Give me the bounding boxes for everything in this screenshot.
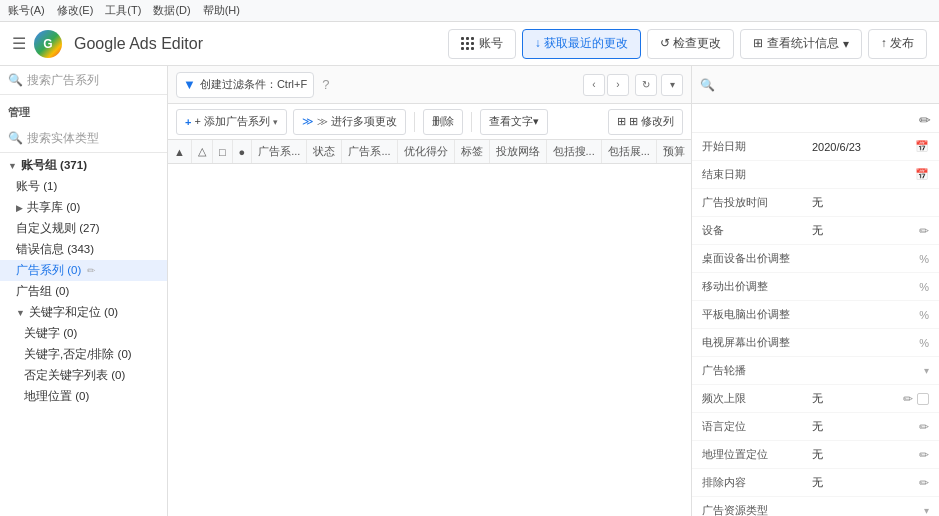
col-checkbox[interactable]: □ xyxy=(212,140,232,164)
sidebar-item-shared[interactable]: ▶ 共享库 (0) xyxy=(0,197,167,218)
sidebar-item-label: 广告组 (0) xyxy=(16,284,69,299)
header-right: 账号 ↓ 获取最近的更改 ↺ 检查更改 ⊞ 查看统计信息 ▾ ↑ 发布 xyxy=(448,29,927,59)
frequency-cap-icons: ✏ xyxy=(903,392,929,406)
campaigns-table: ▲ △ □ ● 广告系... 状态 广告系... 优化得分 标签 投放网络 包括… xyxy=(168,140,691,164)
field-label-inventory-type: 广告资源类型 xyxy=(702,503,812,516)
sidebar-item-label: 地理位置 (0) xyxy=(24,389,89,404)
field-language: 语言定位 无 ✏ xyxy=(692,413,939,441)
sidebar-item-label: 关键字,否定/排除 (0) xyxy=(24,347,132,362)
inventory-dropdown-arrow[interactable]: ▾ xyxy=(924,505,929,516)
field-label-tv-bid: 电视屏幕出价调整 xyxy=(702,335,812,350)
sidebar-item-geo[interactable]: 地理位置 (0) xyxy=(0,386,167,407)
grid-view-button[interactable]: 账号 xyxy=(448,29,516,59)
geo-edit-icon[interactable]: ✏ xyxy=(919,448,929,462)
nav-dropdown-button[interactable]: ▾ xyxy=(661,74,683,96)
sidebar-item-adgroups[interactable]: 广告组 (0) xyxy=(0,281,167,302)
calendar-icon-end[interactable]: 📅 xyxy=(915,168,929,181)
app-title: Google Ads Editor xyxy=(74,35,203,53)
bulk-arrow-icon: ≫ xyxy=(302,115,314,128)
sidebar-item-label: 关键字和定位 (0) xyxy=(29,305,118,320)
bulk-changes-button[interactable]: ≫ ≫ 进行多项更改 xyxy=(293,109,406,135)
col-status[interactable]: 状态 xyxy=(307,140,342,164)
device-edit-icon[interactable]: ✏ xyxy=(919,224,929,238)
view-stats-button[interactable]: ⊞ 查看统计信息 ▾ xyxy=(740,29,861,59)
modify-columns-button[interactable]: ⊞ ⊞ 修改列 xyxy=(608,109,683,135)
menu-item-edit[interactable]: 修改(E) xyxy=(57,3,94,18)
col-warning[interactable]: ▲ xyxy=(168,140,191,164)
field-start-date: 开始日期 2020/6/23 📅 xyxy=(692,133,939,161)
menu-item-tools[interactable]: 工具(T) xyxy=(105,3,141,18)
field-label-geo: 地理位置定位 xyxy=(702,447,812,462)
field-desktop-bid: 桌面设备出价调整 % xyxy=(692,245,939,273)
sidebar-item-neg-kw-list[interactable]: 否定关键字列表 (0) xyxy=(0,365,167,386)
entity-search-input[interactable] xyxy=(27,131,168,145)
preview-button[interactable]: 查看文字▾ xyxy=(480,109,548,135)
frequency-checkbox[interactable] xyxy=(917,393,929,405)
help-icon[interactable]: ? xyxy=(322,77,329,92)
sidebar-item-campaigns[interactable]: 广告系列 (0) ✏ xyxy=(0,260,167,281)
campaign-edit-icon[interactable]: ✏ xyxy=(87,265,95,276)
field-label-exclude-content: 排除内容 xyxy=(702,475,812,490)
publish-button[interactable]: ↑ 发布 xyxy=(868,29,927,59)
col-campaign-name[interactable]: 广告系... xyxy=(252,140,307,164)
menu-item-data[interactable]: 数据(D) xyxy=(153,3,190,18)
field-ad-schedule: 广告投放时间 无 xyxy=(692,189,939,217)
col-labels[interactable]: 标签 xyxy=(454,140,489,164)
hamburger-menu[interactable]: ☰ xyxy=(12,34,26,53)
menu-item-account[interactable]: 账号(A) xyxy=(8,3,45,18)
sidebar-item-label: 共享库 (0) xyxy=(27,200,80,215)
field-value-start-date[interactable]: 2020/6/23 xyxy=(812,141,915,153)
mobile-percent: % xyxy=(919,281,929,293)
sidebar-tree: ▼ 账号组 (371) 账号 (1) ▶ 共享库 (0) 自定义规则 (27) … xyxy=(0,153,167,516)
calendar-icon-start[interactable]: 📅 xyxy=(915,140,929,153)
ad-rotation-dropdown[interactable]: ▾ xyxy=(924,365,929,376)
exclude-content-edit-icon[interactable]: ✏ xyxy=(919,476,929,490)
col-campaign-type[interactable]: 广告系... xyxy=(342,140,397,164)
grid-icon xyxy=(461,37,475,51)
sidebar-item-custom-rules[interactable]: 自定义规则 (27) xyxy=(0,218,167,239)
management-section-label: 管理 xyxy=(0,95,167,124)
right-search-input[interactable] xyxy=(719,78,931,92)
col-include-display[interactable]: 包括展... xyxy=(601,140,656,164)
field-label-desktop-bid: 桌面设备出价调整 xyxy=(702,251,812,266)
sidebar-item-errors[interactable]: 错误信息 (343) xyxy=(0,239,167,260)
refresh-button[interactable]: ↻ xyxy=(635,74,657,96)
menu-item-help[interactable]: 帮助(H) xyxy=(203,3,240,18)
field-ad-rotation: 广告轮播 ▾ xyxy=(692,357,939,385)
field-value-frequency-cap: 无 xyxy=(812,391,903,406)
sidebar-item-keywords[interactable]: 关键字 (0) xyxy=(0,323,167,344)
columns-icon: ⊞ xyxy=(617,115,626,128)
field-value-device: 无 xyxy=(812,223,919,238)
add-campaign-button[interactable]: + + 添加广告系列 ▾ xyxy=(176,109,287,135)
main-layout: 🔍 ⋮ 管理 🔍 ⋮ ▼ 账号组 (371) 账号 (1) ▶ 共享库 (0) xyxy=(0,66,939,516)
frequency-edit-icon[interactable]: ✏ xyxy=(903,392,913,406)
campaign-search-input[interactable] xyxy=(27,73,168,87)
field-label-ad-schedule: 广告投放时间 xyxy=(702,195,812,210)
sidebar-item-neg-keywords[interactable]: 关键字,否定/排除 (0) xyxy=(0,344,167,365)
field-value-exclude-content: 无 xyxy=(812,475,919,490)
field-label-language: 语言定位 xyxy=(702,419,812,434)
nav-back-button[interactable]: ‹ xyxy=(583,74,605,96)
field-frequency-cap: 频次上限 无 ✏ xyxy=(692,385,939,413)
toolbar-divider xyxy=(414,112,415,132)
center-content: ▼ 创建过滤条件：Ctrl+F ? ‹ › ↻ ▾ + + 添加广告系列 ▾ ≫ xyxy=(168,66,691,516)
delete-button[interactable]: 删除 xyxy=(423,109,463,135)
sidebar-item-label: 账号 (1) xyxy=(16,179,57,194)
col-budget[interactable]: 预算（() xyxy=(656,140,691,164)
header-left: ☰ G Google Ads Editor xyxy=(12,30,203,58)
col-include-search[interactable]: 包括搜... xyxy=(546,140,601,164)
fetch-changes-button[interactable]: ↓ 获取最近的更改 xyxy=(522,29,641,59)
col-info[interactable]: △ xyxy=(191,140,212,164)
language-edit-icon[interactable]: ✏ xyxy=(919,420,929,434)
check-changes-button[interactable]: ↺ 检查更改 xyxy=(647,29,734,59)
plus-icon: + xyxy=(185,116,191,128)
col-optimization[interactable]: 优化得分 xyxy=(397,140,454,164)
sidebar-item-account[interactable]: 账号 (1) xyxy=(0,176,167,197)
nav-forward-button[interactable]: › xyxy=(607,74,629,96)
sidebar-item-account-group[interactable]: ▼ 账号组 (371) xyxy=(0,155,167,176)
col-network[interactable]: 投放网络 xyxy=(489,140,546,164)
edit-pencil-icon[interactable]: ✏ xyxy=(919,112,931,128)
sidebar-item-kw-section[interactable]: ▼ 关键字和定位 (0) xyxy=(0,302,167,323)
entity-search-row: 🔍 ⋮ xyxy=(0,124,167,153)
col-status-dot[interactable]: ● xyxy=(232,140,252,164)
